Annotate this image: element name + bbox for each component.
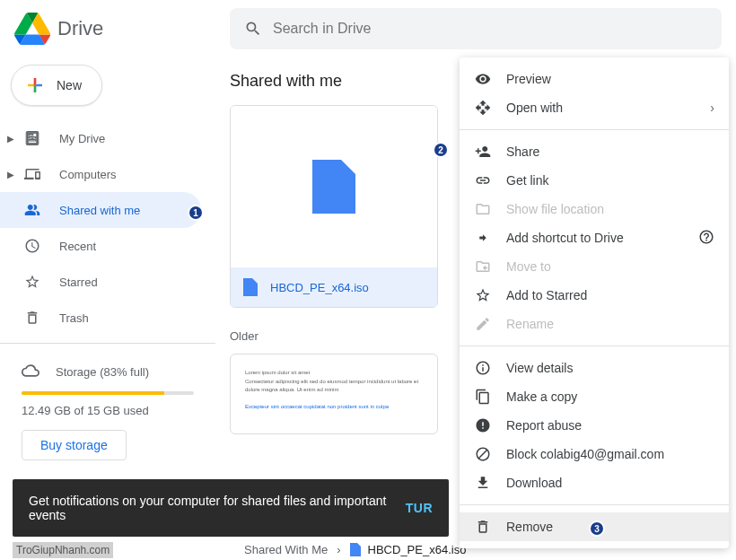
- menu-divider: [460, 504, 729, 505]
- doc-card[interactable]: Lorem ipsum dolor sit ametConsectetur ad…: [230, 354, 438, 434]
- expand-arrow-icon: ▶: [7, 170, 22, 179]
- block-icon: [475, 446, 491, 462]
- menu-block[interactable]: Block colabig40@gmail.com: [460, 440, 729, 468]
- file-type-icon: [350, 543, 361, 556]
- annotation-badge-1: 1: [188, 205, 204, 221]
- menu-label: View details: [506, 361, 573, 375]
- menu-label: Add to Starred: [506, 288, 587, 302]
- file-preview: [231, 106, 437, 267]
- menu-add-shortcut[interactable]: Add shortcut to Drive: [460, 223, 729, 252]
- breadcrumb-root[interactable]: Shared With Me: [244, 543, 328, 556]
- menu-report-abuse[interactable]: Report abuse: [460, 411, 729, 440]
- star-icon: [475, 287, 491, 303]
- sidebar-item-shared-with-me[interactable]: Shared with me: [0, 192, 201, 228]
- file-name: HBCD_PE_x64.iso: [270, 281, 369, 294]
- menu-label: Add shortcut to Drive: [506, 231, 624, 245]
- new-button[interactable]: New: [11, 65, 102, 106]
- storage-bar: [22, 391, 194, 395]
- toast-action-button[interactable]: TUR: [406, 501, 433, 515]
- breadcrumb-file[interactable]: HBCD_PE_x64.iso: [350, 543, 467, 556]
- menu-label: Move to: [506, 259, 551, 274]
- move-to-icon: [475, 258, 491, 275]
- file-label-bar: HBCD_PE_x64.iso: [231, 267, 437, 307]
- storage-text: 12.49 GB of 15 GB used: [22, 404, 194, 417]
- trash-icon: [24, 310, 40, 326]
- storage-label-row[interactable]: Storage (83% full): [22, 362, 194, 382]
- context-menu: Preview Open with› Share Get link Show f…: [460, 57, 729, 548]
- menu-label: Report abuse: [506, 418, 582, 433]
- star-icon: [24, 274, 40, 290]
- logo-text: Drive: [57, 17, 103, 40]
- download-icon: [475, 475, 491, 491]
- sidebar-item-recent[interactable]: Recent: [0, 228, 201, 264]
- new-button-label: New: [57, 78, 82, 92]
- person-add-icon: [475, 144, 491, 160]
- help-icon[interactable]: [698, 229, 714, 248]
- storage-fill: [22, 391, 164, 395]
- sidebar-item-starred[interactable]: Starred: [0, 264, 201, 300]
- menu-download[interactable]: Download: [460, 468, 729, 497]
- annotation-badge-3: 3: [589, 521, 605, 537]
- menu-divider: [460, 129, 729, 130]
- annotation-badge-2: 2: [433, 142, 449, 158]
- expand-arrow-icon: ▶: [7, 134, 22, 144]
- menu-preview[interactable]: Preview: [460, 65, 729, 93]
- my-drive-icon: [24, 130, 40, 146]
- sidebar-item-computers[interactable]: ▶ Computers: [0, 156, 201, 192]
- breadcrumb: Shared With Me › HBCD_PE_x64.iso: [244, 543, 466, 556]
- search-icon: [244, 20, 262, 38]
- link-icon: [475, 172, 491, 188]
- menu-label: Remove: [506, 520, 553, 534]
- menu-make-copy[interactable]: Make a copy: [460, 382, 729, 411]
- trash-icon: [475, 519, 491, 535]
- storage-label: Storage (83% full): [56, 365, 149, 379]
- menu-move-to: Move to: [460, 252, 729, 281]
- sidebar-item-my-drive[interactable]: ▶ My Drive: [0, 120, 201, 156]
- shared-icon: [24, 202, 40, 218]
- nav-label: My Drive: [59, 132, 105, 145]
- file-card[interactable]: HBCD_PE_x64.iso: [230, 105, 438, 308]
- menu-label: Rename: [506, 317, 554, 331]
- menu-label: Make a copy: [506, 389, 577, 404]
- menu-label: Get link: [506, 173, 548, 188]
- menu-rename: Rename: [460, 310, 729, 338]
- menu-divider: [460, 346, 729, 346]
- copy-icon: [475, 389, 491, 405]
- menu-label: Open with: [506, 101, 563, 115]
- search-input[interactable]: [273, 21, 707, 37]
- logo-area[interactable]: Drive: [14, 11, 230, 47]
- open-with-icon: [475, 100, 491, 116]
- buy-storage-button[interactable]: Buy storage: [22, 430, 127, 460]
- nav-label: Starred: [59, 276, 98, 289]
- menu-open-with[interactable]: Open with›: [460, 93, 729, 122]
- recent-icon: [24, 238, 40, 254]
- file-icon: [312, 160, 355, 214]
- chevron-right-icon: ›: [710, 101, 714, 115]
- folder-icon: [475, 201, 491, 217]
- nav-label: Recent: [59, 240, 96, 253]
- menu-label: Show file location: [506, 202, 604, 216]
- sidebar-item-trash[interactable]: Trash: [0, 300, 201, 336]
- toast-message: Get notifications on your computer for s…: [29, 494, 406, 522]
- menu-label: Block colabig40@gmail.com: [506, 447, 664, 461]
- nav-label: Computers: [59, 168, 117, 181]
- header: Drive: [0, 0, 736, 57]
- menu-add-starred[interactable]: Add to Starred: [460, 281, 729, 310]
- search-bar[interactable]: [230, 8, 722, 49]
- file-type-icon: [243, 278, 258, 296]
- nav-label: Trash: [59, 311, 89, 325]
- drive-logo-icon: [14, 11, 50, 47]
- rename-icon: [475, 316, 491, 332]
- watermark: TroGiupNhanh.com: [13, 542, 113, 558]
- menu-label: Share: [506, 144, 539, 159]
- eye-icon: [475, 71, 491, 87]
- menu-get-link[interactable]: Get link: [460, 166, 729, 195]
- shortcut-icon: [475, 230, 491, 246]
- plus-icon: [24, 74, 46, 96]
- menu-view-details[interactable]: View details: [460, 354, 729, 382]
- report-icon: [475, 417, 491, 433]
- menu-label: Download: [506, 476, 562, 490]
- divider: [0, 343, 215, 344]
- cloud-icon: [22, 362, 39, 380]
- menu-share[interactable]: Share: [460, 137, 729, 166]
